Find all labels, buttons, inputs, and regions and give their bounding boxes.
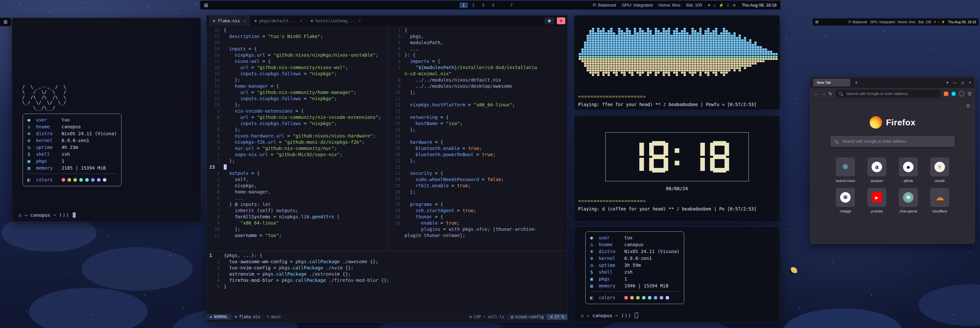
clock-digit-1 bbox=[686, 141, 705, 173]
now-playing-text: Playing: ffee for your head) ** ♪ beabad… bbox=[578, 102, 776, 107]
terminal-cursor[interactable] bbox=[635, 313, 638, 318]
bar-clock[interactable]: Thu Aug 08, 18:18 bbox=[742, 3, 776, 8]
shortcut-cloudflare[interactable]: ☁cloudflare bbox=[926, 188, 954, 213]
shortcut-github[interactable]: ●github bbox=[894, 157, 922, 183]
list-tabs-icon[interactable]: ▾ bbox=[947, 81, 948, 85]
window-close-button[interactable]: × bbox=[557, 17, 565, 24]
shortcut-chatgpt[interactable]: ❋chatgpt bbox=[831, 188, 859, 213]
now-playing-text: Playing: d (coffee for your head) ** ♪ b… bbox=[578, 206, 776, 211]
track-progress-bar: =====================> bbox=[578, 94, 776, 99]
launcher-icon[interactable]: ⊞ bbox=[815, 20, 819, 24]
workspace-tag-3[interactable]: 3 bbox=[479, 3, 487, 8]
cloudflare-icon: ☁ bbox=[934, 192, 945, 203]
editor-tab-flake.nix[interactable]: ❄flake.nix× bbox=[208, 15, 250, 26]
code-line: 2 self, bbox=[207, 176, 387, 183]
search.nixos-icon: ❄ bbox=[840, 162, 851, 172]
bluetooth-icon: ᛒ bbox=[727, 3, 729, 8]
url-input[interactable] bbox=[846, 91, 937, 96]
clock-date: 08/08/24 bbox=[578, 186, 776, 191]
maximize-button[interactable]: ◻ bbox=[961, 81, 964, 85]
menu-button[interactable]: ☰ bbox=[967, 91, 972, 96]
firefox-nav-toolbar: ← → ↻ ☰ bbox=[810, 88, 975, 100]
left-monitor-bar[interactable]: ⊞ bbox=[0, 18, 11, 26]
fastfetch-info-box: ●usertux⌂hnamecanopus❄distroNixOS 24.11 … bbox=[585, 231, 684, 304]
status-items: P: BalancedGPU: IntegratedHome: 6msBat: … bbox=[849, 20, 931, 24]
shortcut-chat.openai[interactable]: ❋chat.openai bbox=[894, 188, 922, 213]
search-icon bbox=[834, 139, 838, 144]
lsp-label: LSP ~ null-ls bbox=[474, 314, 504, 320]
code-line: 7 inputs.nixpkgs.follows = "nixpkgs"; bbox=[207, 120, 387, 127]
editor-tabs: ❄flake.nix×❄pkgs/default...×❄hosts/isoIm… bbox=[208, 15, 365, 26]
browser-tab-new-tab[interactable]: New Tab bbox=[813, 79, 850, 86]
minimize-button[interactable]: — bbox=[953, 81, 956, 84]
shortcut-youtube[interactable]: ▶youtube bbox=[863, 188, 891, 213]
profile-icon[interactable] bbox=[959, 91, 964, 96]
code-line: 3 modulesPath, bbox=[388, 40, 567, 46]
wifi-icon: ≋ bbox=[733, 3, 736, 8]
prompt-path: ~ bbox=[53, 212, 56, 218]
code-line: 8 ../../modules/nixos/default.nix bbox=[388, 77, 567, 83]
tab-close-icon[interactable]: × bbox=[300, 18, 302, 23]
terminal-cursor[interactable] bbox=[73, 212, 76, 218]
url-bar[interactable] bbox=[835, 90, 941, 98]
forward-button[interactable]: → bbox=[821, 91, 826, 96]
code-line: 23 bbox=[207, 164, 387, 170]
code-pane-iso-image[interactable]: 1{2 pkgs,3 modulesPath,4 ...5}: {6 impor… bbox=[387, 26, 567, 251]
code-line: 18 hardware = { bbox=[388, 139, 567, 145]
launcher-icon[interactable]: ⊞ bbox=[3, 19, 8, 25]
workspace-tag-1[interactable]: 1 bbox=[460, 3, 468, 8]
shortcut-claude[interactable]: ✳claude bbox=[926, 157, 954, 183]
code-line: 19 bluetooth.enable = true; bbox=[388, 145, 567, 152]
workspace-tag-2[interactable]: 2 bbox=[470, 3, 477, 8]
new-tab-button[interactable]: + bbox=[853, 80, 859, 85]
palette-dot bbox=[665, 296, 669, 299]
workspace-tag-4[interactable]: 4 bbox=[489, 3, 497, 8]
code-line: 6 } @ inputs: let bbox=[207, 201, 387, 208]
editor-cursor bbox=[224, 164, 227, 170]
new-tab-search-input[interactable] bbox=[842, 139, 951, 144]
chatgpt-icon: ❋ bbox=[840, 192, 851, 203]
extension-icon[interactable] bbox=[944, 92, 948, 96]
palette-dot bbox=[103, 178, 107, 182]
code-line: 9 "x86_64-linux" bbox=[207, 220, 387, 226]
clock-widget-window: 08/08/24 =====================> Playing:… bbox=[574, 116, 780, 222]
mode-label: NORMAL bbox=[214, 314, 228, 320]
reload-button[interactable]: ↻ bbox=[829, 91, 832, 96]
launcher-icon[interactable]: ⊞ bbox=[204, 2, 208, 8]
tab-close-icon[interactable]: × bbox=[243, 18, 246, 23]
code-line: 8 url = "github:nix-community/nix-vscode… bbox=[207, 114, 387, 120]
new-tab-search-bar[interactable] bbox=[830, 136, 955, 147]
tab-close-icon[interactable]: × bbox=[359, 18, 361, 23]
firefox-new-tab-page: ⚙ Firefox ❄search.nixosaamazon●github✳cl… bbox=[810, 100, 975, 244]
code-pane-flake-nix[interactable]: 22{21 description = "tux's NixOS Flake";… bbox=[207, 26, 387, 251]
prompt-chevrons: ))) bbox=[621, 313, 632, 318]
editor-tab-pkgs/default...[interactable]: ❄pkgs/default...× bbox=[250, 15, 307, 26]
palette-dot bbox=[79, 178, 83, 182]
fastfetch-ascii-logo: / \ _,--,_ / \ \ / \/ \ / / /\ /\ /\ \ \… bbox=[19, 84, 196, 110]
eye-toggle-button[interactable]: ◉ bbox=[544, 17, 554, 24]
shortcut-tiles: ❄search.nixosaamazon●github✳claude❋chatg… bbox=[831, 157, 954, 213]
extension-icon[interactable] bbox=[951, 92, 956, 96]
shortcut-label: amazon bbox=[870, 179, 883, 183]
close-button[interactable]: × bbox=[969, 81, 971, 84]
fetch-row-uptime: ◷uptime4h 23m bbox=[27, 144, 117, 151]
code-line: 14 networking = { bbox=[388, 114, 567, 120]
editor-tab-hosts/isoImag...[interactable]: ❄hosts/isoImag...× bbox=[307, 15, 365, 26]
shortcut-amazon[interactable]: aamazon bbox=[863, 157, 891, 183]
github-icon: ● bbox=[903, 162, 913, 172]
shortcut-search.nixos[interactable]: ❄search.nixos bbox=[831, 157, 859, 183]
code-line: 10 ]; bbox=[207, 226, 387, 233]
gear-icon[interactable]: ⚙ bbox=[966, 103, 970, 108]
folder-icon: ▤ bbox=[511, 314, 513, 320]
code-pane-pkgs-default[interactable]: 1{pkgs, ...}: {1 tux-awesome-wm-config =… bbox=[207, 251, 567, 314]
code-line: 22 bbox=[388, 164, 567, 170]
youtube-icon: ▶ bbox=[872, 192, 882, 203]
firefox-wordmark: Firefox bbox=[886, 117, 915, 128]
bar-clock[interactable]: Thu Aug 08, 18:18 bbox=[948, 20, 976, 24]
workspace-tag-7[interactable]: 7 bbox=[508, 3, 515, 8]
code-line: 5 nixos-hardware.url = "github:nixos/nix… bbox=[207, 133, 387, 139]
palette-dot bbox=[636, 296, 640, 299]
back-button[interactable]: ← bbox=[814, 91, 818, 96]
shortcut-label: youtube bbox=[870, 209, 883, 213]
music-visualizer-window: =====================> Playing: ffee for… bbox=[574, 15, 780, 110]
